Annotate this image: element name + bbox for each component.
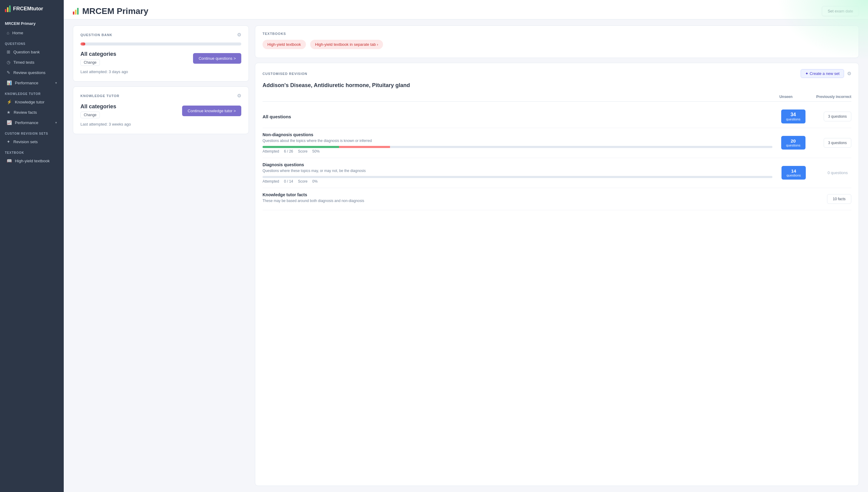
non-diagnosis-incorrect-button[interactable]: 3 questions (824, 138, 851, 148)
sidebar-item-question-bank[interactable]: ⊞ Question bank (2, 47, 62, 57)
diagnosis-attempted-label: Attempted (263, 179, 279, 183)
home-icon: ⌂ (7, 30, 9, 35)
sidebar-item-performance-questions[interactable]: 📊 Performance ▾ (2, 78, 62, 88)
qb-progress-bar (80, 43, 241, 46)
sidebar-perf-label: Performance (15, 81, 38, 85)
sidebar-item-high-yield[interactable]: 📖 High-yield textbook (2, 156, 62, 166)
all-incorrect-button[interactable]: 3 questions (824, 112, 851, 121)
diagnosis-title: Diagnosis questions (263, 162, 772, 167)
non-diagnosis-progress (263, 146, 772, 148)
non-diagnosis-title: Non-diagnosis questions (263, 132, 772, 137)
customised-revision-card: CUSTOMISED REVISION ✦ Create a new set ⚙… (255, 63, 859, 486)
sidebar-kt-label: Knowledge tutor (15, 100, 45, 104)
diagnosis-zero-questions: 0 questions (824, 170, 851, 175)
diagnosis-stats: Attempted 0 / 14 Score 0% (263, 179, 772, 183)
diagnosis-unseen-button[interactable]: 14 questions (781, 166, 806, 179)
high-yield-textbook-button[interactable]: High-yield textbook (263, 40, 306, 49)
revision-settings-icon[interactable]: ⚙ (847, 71, 851, 76)
sidebar-item-revision-sets[interactable]: ✦ Revision sets (2, 137, 62, 147)
col-unseen-header: Unseen (774, 95, 798, 99)
high-yield-textbook-newtab-button[interactable]: High-yield textbook in separate tab › (310, 40, 383, 49)
kt-facts-desc: These may be based around both diagnosis… (263, 198, 772, 203)
diagnosis-desc: Questions where these topics may, or may… (263, 168, 772, 173)
diagnosis-progress (263, 176, 772, 178)
sidebar-item-timed-tests[interactable]: ◷ Timed tests (2, 57, 62, 67)
page-title-text: MRCEM Primary (82, 6, 148, 16)
kt-card-header: KNOWLEDGE TUTOR ⚙ (80, 93, 241, 99)
diagnosis-unseen-count: 14 (786, 168, 801, 173)
diagnosis-score-label: Score (298, 179, 308, 183)
revision-card-title: CUSTOMISED REVISION (263, 72, 308, 76)
qb-card-title: QUESTION BANK (80, 33, 112, 37)
content-area: QUESTION BANK ⚙ All categories Change Co… (64, 19, 868, 492)
star-icon: ★ (7, 110, 10, 115)
sidebar: FRCEMtutor MRCEM Primary ⌂ Home QUESTION… (0, 0, 64, 492)
chart2-icon: 📈 (7, 120, 12, 125)
sidebar-item-home[interactable]: ⌂ Home (2, 28, 62, 38)
kt-category-row: All categories Change Continue knowledge… (80, 103, 241, 118)
all-questions-label: All questions (263, 114, 772, 119)
all-unseen-button[interactable]: 34 questions (781, 109, 805, 123)
revision-header-right: ✦ Create a new set ⚙ (801, 69, 851, 78)
non-diagnosis-row: Non-diagnosis questions Questions about … (263, 128, 851, 158)
sidebar-tt-label: Timed tests (14, 60, 34, 65)
sidebar-item-performance-knowledge[interactable]: 📈 Performance ▾ (2, 118, 62, 127)
sidebar-kp-label: Performance (15, 120, 38, 125)
qb-last-attempted-label: Last attempted: (80, 70, 108, 74)
textbooks-title: TEXTBOOKS (263, 32, 851, 35)
book-icon: 📖 (7, 158, 12, 163)
non-diagnosis-unseen-unit: questions (786, 144, 801, 147)
diagnosis-actions: 14 questions 0 questions (775, 166, 851, 179)
kt-facts-actions: 10 facts (775, 194, 851, 204)
qb-category-row: All categories Change Continue questions… (80, 51, 241, 66)
non-diagnosis-info: Non-diagnosis questions Questions about … (263, 132, 772, 153)
kt-category-info: All categories Change (80, 103, 116, 118)
qb-change-button[interactable]: Change (80, 59, 100, 66)
set-exam-date-button[interactable]: Set exam date (822, 6, 859, 16)
diagnosis-unseen-unit: questions (786, 173, 801, 177)
revision-header: CUSTOMISED REVISION ✦ Create a new set ⚙ (263, 69, 851, 78)
sidebar-rs-label: Revision sets (14, 140, 38, 144)
title-logo-icon (73, 8, 79, 15)
chart-icon: 📊 (7, 80, 12, 85)
logo-icon (5, 5, 10, 12)
sidebar-item-review-facts[interactable]: ★ Review facts (2, 107, 62, 117)
create-new-set-button[interactable]: ✦ Create a new set (801, 69, 844, 78)
sidebar-home-label: Home (12, 31, 23, 35)
sidebar-item-review-questions[interactable]: ✎ Review questions (2, 68, 62, 77)
qb-settings-icon[interactable]: ⚙ (237, 32, 241, 38)
non-diagnosis-attempted-label: Attempted (263, 149, 279, 153)
revision-set-name: Addison's Disease, Antidiuretic hormone,… (263, 82, 851, 89)
chevron-icon: ▾ (55, 81, 57, 85)
question-bank-card: QUESTION BANK ⚙ All categories Change Co… (73, 25, 249, 81)
kt-settings-icon[interactable]: ⚙ (237, 93, 241, 99)
kt-facts-row: Knowledge tutor facts These may be based… (263, 188, 851, 211)
kt-category-title: All categories (80, 103, 116, 110)
kt-continue-button[interactable]: Continue knowledge tutor > (182, 105, 241, 116)
qb-continue-button[interactable]: Continue questions > (193, 53, 241, 64)
app-logo: FRCEMtutor (0, 0, 64, 18)
non-diagnosis-unseen-button[interactable]: 20 questions (781, 136, 805, 150)
sidebar-item-knowledge-tutor[interactable]: ⚡ Knowledge tutor (2, 97, 62, 107)
col-prev-incorrect-header: Previously incorrect (816, 95, 851, 99)
all-questions-actions: 34 questions 3 questions (775, 109, 851, 123)
non-diagnosis-score-label: Score (298, 149, 308, 153)
app-name: FRCEMtutor (13, 6, 43, 12)
layers-icon: ⊞ (7, 49, 10, 54)
all-unseen-unit: questions (786, 117, 801, 121)
sidebar-custom-section: CUSTOM REVISION SETS (0, 128, 64, 137)
diagnosis-info: Diagnosis questions Questions where thes… (263, 162, 772, 183)
sidebar-rf-label: Review facts (14, 110, 37, 115)
kt-change-button[interactable]: Change (80, 112, 100, 118)
qb-category-title: All categories (80, 51, 116, 57)
chevron2-icon: ▾ (55, 121, 57, 125)
knowledge-tutor-card: KNOWLEDGE TUTOR ⚙ All categories Change … (73, 87, 249, 134)
kt-last-attempted: Last attempted: 3 weeks ago (80, 122, 241, 126)
left-column: QUESTION BANK ⚙ All categories Change Co… (73, 25, 249, 486)
sidebar-knowledge-section: KNOWLEDGE TUTOR (0, 88, 64, 97)
qb-last-attempted-value: 3 days ago (108, 70, 128, 74)
kt-card-title: KNOWLEDGE TUTOR (80, 94, 119, 98)
kt-facts-button[interactable]: 10 facts (827, 194, 851, 204)
page-title: MRCEM Primary (73, 6, 148, 16)
kt-facts-title: Knowledge tutor facts (263, 192, 772, 197)
